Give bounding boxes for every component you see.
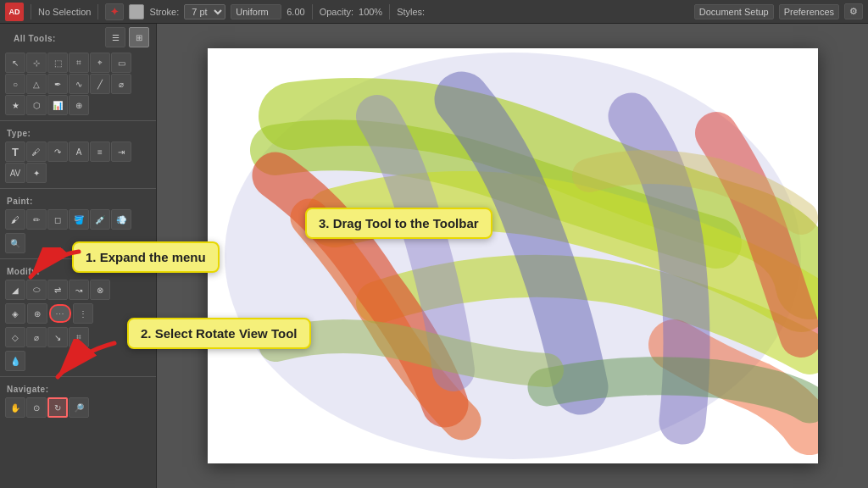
toolbar-sep-2 xyxy=(97,4,98,19)
type-tools-grid: T 🖋 ↷ A ≡ ⇥ AV ✦ xyxy=(0,140,156,185)
star-tool[interactable]: ★ xyxy=(5,95,25,115)
divider-2 xyxy=(0,188,156,189)
contour-tool[interactable]: ⬭ xyxy=(26,280,47,300)
pan-tool[interactable]: ⊙ xyxy=(26,397,47,418)
navigate-label: Navigate: xyxy=(0,381,56,396)
tools-grid-1: ↖ ⊹ ⬚ ⌗ ⌖ ▭ ○ △ ✒ ∿ ╱ ⌀ ★ ⬡ 📊 ⊕ xyxy=(0,51,156,117)
opacity-value: 100% xyxy=(359,7,382,17)
text-spacing-tool[interactable]: ⇥ xyxy=(111,141,131,162)
modify-tools-grid: ◢ ⬭ ⇌ ↝ ⊗ xyxy=(0,278,156,302)
modify-label: Modify: xyxy=(0,263,47,278)
navigate-tools-grid: ✋ ⊙ ↻ 🔎 xyxy=(0,396,156,419)
shape-tool-1[interactable]: ◇ xyxy=(5,327,25,347)
node-tool[interactable]: ⊹ xyxy=(26,53,47,73)
smudge-tool[interactable]: ↝ xyxy=(69,280,89,300)
canvas-artwork xyxy=(208,48,818,463)
main-canvas-area xyxy=(157,24,868,488)
text-sub-tool[interactable]: ✦ xyxy=(26,163,47,183)
stroke-label: Stroke: xyxy=(149,7,179,17)
blend-tool[interactable]: ⇌ xyxy=(47,280,68,300)
brush-tool[interactable]: 🖌 xyxy=(5,209,25,230)
frame-text-tool[interactable]: 🖋 xyxy=(26,141,47,162)
chart-tool[interactable]: 📊 xyxy=(47,95,68,115)
ellipse-tool[interactable]: ○ xyxy=(5,74,25,94)
grid-view-button[interactable]: ⊞ xyxy=(129,27,149,47)
divider-4 xyxy=(0,376,156,377)
spray-tool[interactable]: 💨 xyxy=(111,209,131,230)
hand-tool[interactable]: ✋ xyxy=(5,397,25,418)
pen-tool[interactable]: ✒ xyxy=(47,74,68,94)
styles-label: Styles: xyxy=(397,7,425,17)
document-setup-button[interactable]: Document Setup xyxy=(694,4,774,19)
text-tool[interactable]: T xyxy=(5,141,25,162)
text-style-tool[interactable]: A xyxy=(69,141,89,162)
no-selection-label: No Selection xyxy=(38,7,91,17)
stroke-width-value: 6.00 xyxy=(287,7,304,17)
list-view-button[interactable]: ☰ xyxy=(105,27,125,47)
stroke-indicator[interactable]: ✦ xyxy=(105,3,124,20)
text-kern-tool[interactable]: AV xyxy=(5,163,25,183)
divider-1 xyxy=(0,120,156,121)
toolbar-extra-button[interactable]: ⚙ xyxy=(844,3,863,19)
spiral-tool[interactable]: ⌀ xyxy=(111,74,131,94)
crop-tool[interactable]: ⌗ xyxy=(69,53,89,73)
modify-tool-1[interactable]: ◈ xyxy=(5,303,25,324)
line-tool[interactable]: ╱ xyxy=(90,74,110,94)
path-text-tool[interactable]: ↷ xyxy=(47,141,68,162)
expand-menu-button[interactable]: ··· xyxy=(49,304,71,323)
shape-tool-2[interactable]: ⌀ xyxy=(26,327,47,347)
color-picker-tool[interactable]: 💧 xyxy=(5,351,25,371)
stroke-color-box[interactable] xyxy=(129,4,144,19)
transform-tool[interactable]: ⬚ xyxy=(47,53,68,73)
eyedrop-tool[interactable]: 💉 xyxy=(90,209,110,230)
top-toolbar: AD No Selection ✦ Stroke: 7 pt Uniform 6… xyxy=(0,0,868,24)
stroke-style-select[interactable]: Uniform xyxy=(231,4,281,19)
annotation-bubble-3: 3. Drag Tool to the Toolbar xyxy=(305,208,492,239)
zoom-fit-tool[interactable]: 🔎 xyxy=(69,397,89,418)
move-tool[interactable]: ↖ xyxy=(5,53,25,73)
type-label: Type: xyxy=(0,125,37,140)
annotation-bubble-2: 2. Select Rotate View Tool xyxy=(127,318,311,349)
triangle-tool[interactable]: △ xyxy=(26,74,47,94)
clone-tool[interactable]: ⊗ xyxy=(90,280,110,300)
corner-tool[interactable]: ◢ xyxy=(5,280,25,300)
symbol-tool[interactable]: ⊕ xyxy=(69,95,89,115)
preferences-button[interactable]: Preferences xyxy=(779,4,839,19)
annotation-bubble-1: 1. Expand the menu xyxy=(72,241,220,273)
toolbar-sep-4 xyxy=(389,4,390,19)
toolbar-sep-3 xyxy=(312,4,313,19)
stroke-width-select[interactable]: 7 pt xyxy=(184,4,225,19)
paint-tools-grid: 🖌 ✏ ◻ 🪣 💉 💨 xyxy=(0,208,156,231)
bezier-tool[interactable]: ∿ xyxy=(69,74,89,94)
opacity-label: Opacity: xyxy=(320,7,353,17)
toolbar-sep-1 xyxy=(31,4,31,19)
paint-label: Paint: xyxy=(0,193,40,208)
shape-tool-3[interactable]: ↘ xyxy=(47,327,68,347)
modify-tool-2[interactable]: ⊛ xyxy=(27,303,47,324)
single-tool-row: 💧 xyxy=(0,349,156,373)
pencil-tool[interactable]: ✏ xyxy=(26,209,47,230)
rect-tool[interactable]: ▭ xyxy=(111,53,131,73)
canvas-container xyxy=(208,48,818,463)
eraser-tool[interactable]: ◻ xyxy=(47,209,68,230)
app-logo: AD xyxy=(5,3,24,21)
sample-tool[interactable]: ⌖ xyxy=(90,53,110,73)
text-align-tool[interactable]: ≡ xyxy=(90,141,110,162)
zoom-tool[interactable]: 🔍 xyxy=(5,233,25,253)
fill-tool[interactable]: 🪣 xyxy=(69,209,89,230)
modify-tool-3[interactable]: ⋮ xyxy=(73,303,93,324)
poly-tool[interactable]: ⬡ xyxy=(26,95,47,115)
all-tools-label: All Tools: xyxy=(7,30,63,45)
shape-tool-4[interactable]: ⌗ xyxy=(69,327,89,347)
toolbar-right: Document Setup Preferences ⚙ xyxy=(694,3,863,19)
rotate-view-tool highlighted[interactable]: ↻ xyxy=(47,397,68,418)
